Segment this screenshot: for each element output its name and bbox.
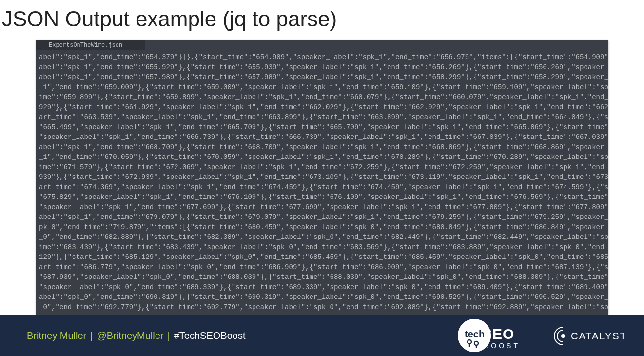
footer-credits: Britney Muller | @BritneyMuller | #TechS… xyxy=(27,330,458,341)
svg-text:tech: tech xyxy=(465,329,485,339)
catalyst-logo: CATALYST xyxy=(546,323,624,348)
code-editor-panel: ExpertsOnTheWire.json abel":"spk_1","end… xyxy=(36,40,608,315)
slide: JSON Output example (jq to parse) Expert… xyxy=(0,0,644,356)
separator: | xyxy=(90,330,93,341)
catalyst-text: CATALYST xyxy=(571,331,624,341)
slide-title: JSON Output example (jq to parse) xyxy=(2,7,337,31)
editor-tab[interactable]: ExpertsOnTheWire.json xyxy=(36,40,145,50)
separator: | xyxy=(167,330,170,341)
footer-bar: Britney Muller | @BritneyMuller | #TechS… xyxy=(0,315,644,356)
author-handle: @BritneyMuller xyxy=(97,330,163,341)
code-content: abel":"spk_1","end_time":"654.379"}]},{"… xyxy=(36,50,608,315)
tech-icon: tech xyxy=(458,319,491,352)
footer-logos: tech SEO BOOST xyxy=(458,319,624,352)
hashtag: #TechSEOBoost xyxy=(174,330,246,341)
author-name: Britney Muller xyxy=(27,330,86,341)
techseoboost-logo: tech SEO BOOST xyxy=(458,319,520,352)
